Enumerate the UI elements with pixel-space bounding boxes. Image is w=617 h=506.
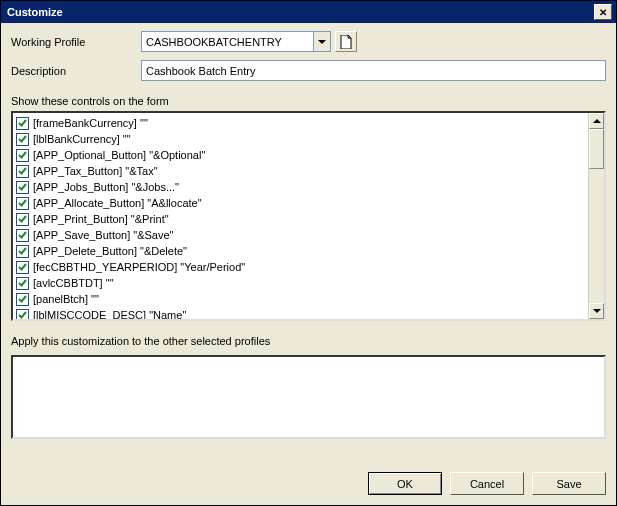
control-item-label: [lblMISCCODE_DESC] "Name" [33, 309, 186, 319]
control-item[interactable]: [panelBtch] "" [16, 291, 585, 307]
control-item[interactable]: [APP_Jobs_Button] "&Jobs..." [16, 179, 585, 195]
check-icon [18, 135, 27, 144]
checkbox[interactable] [16, 229, 29, 242]
check-icon [18, 215, 27, 224]
chevron-up-icon [593, 119, 601, 123]
control-item-label: [fecCBBTHD_YEARPERIOD] "Year/Period" [33, 261, 245, 273]
check-icon [18, 311, 27, 320]
chevron-down-icon[interactable] [313, 32, 330, 51]
check-icon [18, 151, 27, 160]
checkbox[interactable] [16, 165, 29, 178]
label-working-profile: Working Profile [11, 36, 141, 48]
document-icon [340, 35, 352, 49]
checkbox[interactable] [16, 261, 29, 274]
control-item-label: [APP_Delete_Button] "&Delete" [33, 245, 187, 257]
checkbox[interactable] [16, 213, 29, 226]
control-item[interactable]: [avlcCBBTDT] "" [16, 275, 585, 291]
check-icon [18, 263, 27, 272]
cancel-button[interactable]: Cancel [450, 472, 524, 495]
check-icon [18, 199, 27, 208]
apply-profiles-listbox[interactable] [11, 355, 606, 439]
control-item-label: [APP_Jobs_Button] "&Jobs..." [33, 181, 179, 193]
control-item[interactable]: [APP_Print_Button] "&Print" [16, 211, 585, 227]
checkbox[interactable] [16, 181, 29, 194]
new-profile-button[interactable] [335, 31, 357, 52]
checkbox[interactable] [16, 293, 29, 306]
control-item-label: [APP_Optional_Button] "&Optional" [33, 149, 205, 161]
control-item[interactable]: [lblMISCCODE_DESC] "Name" [16, 307, 585, 319]
controls-list-content: [frameBankCurrency] ""[lblBankCurrency] … [13, 113, 588, 319]
scroll-up-button[interactable] [589, 113, 604, 129]
control-item-label: [APP_Save_Button] "&Save" [33, 229, 174, 241]
control-item-label: [lblBankCurrency] "" [33, 133, 131, 145]
ok-button[interactable]: OK [368, 472, 442, 495]
control-item-label: [panelBtch] "" [33, 293, 99, 305]
checkbox[interactable] [16, 245, 29, 258]
check-icon [18, 119, 27, 128]
checkbox[interactable] [16, 149, 29, 162]
control-item-label: [APP_Tax_Button] "&Tax" [33, 165, 158, 177]
scroll-down-button[interactable] [589, 303, 604, 319]
label-description: Description [11, 65, 141, 77]
control-item[interactable]: [APP_Save_Button] "&Save" [16, 227, 585, 243]
button-row: OK Cancel Save [11, 472, 606, 495]
check-icon [18, 231, 27, 240]
controls-listbox[interactable]: [frameBankCurrency] ""[lblBankCurrency] … [11, 111, 606, 321]
control-item-label: [APP_Allocate_Button] "A&llocate" [33, 197, 202, 209]
checkbox[interactable] [16, 309, 29, 320]
checkbox[interactable] [16, 197, 29, 210]
scroll-track[interactable] [589, 129, 604, 303]
chevron-down-icon [593, 309, 601, 313]
scrollbar[interactable] [588, 113, 604, 319]
scroll-thumb[interactable] [589, 129, 604, 169]
label-show-controls: Show these controls on the form [11, 95, 606, 107]
titlebar: Customize ✕ [1, 1, 616, 23]
save-button[interactable]: Save [532, 472, 606, 495]
control-item[interactable]: [lblBankCurrency] "" [16, 131, 585, 147]
row-working-profile: Working Profile [11, 31, 606, 52]
dialog-body: Working Profile Description Show these c… [1, 23, 616, 505]
customize-dialog: Customize ✕ Working Profile Description … [0, 0, 617, 506]
checkbox[interactable] [16, 117, 29, 130]
control-item-label: [avlcCBBTDT] "" [33, 277, 114, 289]
label-apply-other: Apply this customization to the other se… [11, 335, 606, 347]
control-item[interactable]: [APP_Optional_Button] "&Optional" [16, 147, 585, 163]
control-item[interactable]: [APP_Delete_Button] "&Delete" [16, 243, 585, 259]
working-profile-input[interactable] [142, 32, 313, 51]
check-icon [18, 247, 27, 256]
row-description: Description [11, 60, 606, 81]
check-icon [18, 183, 27, 192]
control-item-label: [frameBankCurrency] "" [33, 117, 148, 129]
control-item[interactable]: [fecCBBTHD_YEARPERIOD] "Year/Period" [16, 259, 585, 275]
working-profile-combo[interactable] [141, 31, 331, 52]
control-item-label: [APP_Print_Button] "&Print" [33, 213, 169, 225]
window-title: Customize [5, 6, 63, 18]
checkbox[interactable] [16, 133, 29, 146]
control-item[interactable]: [APP_Tax_Button] "&Tax" [16, 163, 585, 179]
control-item[interactable]: [frameBankCurrency] "" [16, 115, 585, 131]
control-item[interactable]: [APP_Allocate_Button] "A&llocate" [16, 195, 585, 211]
close-icon[interactable]: ✕ [594, 4, 612, 20]
check-icon [18, 295, 27, 304]
check-icon [18, 167, 27, 176]
check-icon [18, 279, 27, 288]
description-input[interactable] [141, 60, 606, 81]
checkbox[interactable] [16, 277, 29, 290]
